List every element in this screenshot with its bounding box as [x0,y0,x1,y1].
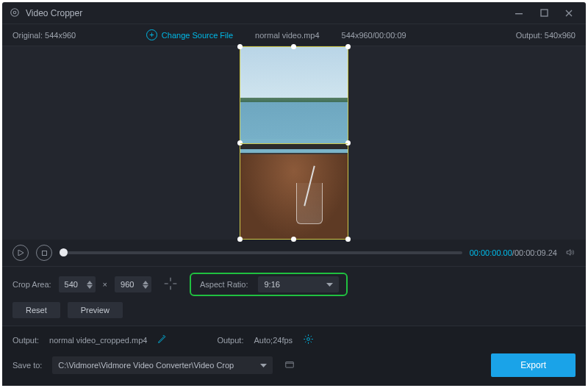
titlebar: Video Cropper [2,2,586,24]
play-button[interactable] [12,245,29,261]
crop-height-input[interactable]: 960 [115,276,151,292]
crop-handle[interactable] [291,44,296,49]
change-source-label: Change Source File [162,31,233,40]
crop-handle[interactable] [237,44,243,49]
app-logo-icon [10,7,20,19]
close-button[interactable] [559,4,578,23]
aspect-ratio-select[interactable]: 9:16 [258,276,339,292]
output-settings-icon[interactable] [303,334,314,346]
volume-icon[interactable] [564,248,576,259]
chevron-down-icon [326,280,333,289]
crop-handle[interactable] [345,44,351,49]
plus-circle-icon: + [146,29,157,40]
save-path-select[interactable]: C:\Vidmore\Vidmore Video Converter\Video… [52,356,273,374]
crop-frame[interactable] [240,46,348,240]
video-thumbnail [240,47,348,139]
crop-width-input[interactable]: 540 [59,276,96,292]
output-format-label: Output: [217,336,243,345]
svg-rect-2 [515,13,523,14]
bottom-bar: Output: normal video_cropped.mp4 Output:… [2,326,586,386]
timeline-slider[interactable] [60,251,462,254]
aspect-ratio-label: Aspect Ratio: [200,280,248,289]
change-source-button[interactable]: + Change Source File [146,29,233,40]
stop-button[interactable] [36,245,52,261]
timeline-knob[interactable] [60,248,68,256]
output-format-value: Auto;24fps [254,336,293,345]
maximize-button[interactable] [534,4,553,23]
svg-rect-6 [286,362,294,368]
minimize-button[interactable] [509,4,528,23]
crop-handle[interactable] [291,237,296,242]
svg-point-5 [307,338,310,341]
width-stepper[interactable] [87,277,94,292]
original-dimensions: Original: 544x960 [12,31,76,40]
preview-button[interactable]: Preview [68,302,123,318]
center-crop-icon[interactable] [163,276,178,292]
reset-button[interactable]: Reset [12,302,60,318]
source-filename: normal video.mp4 [255,31,319,40]
output-file-name: normal video_cropped.mp4 [49,336,147,345]
height-stepper[interactable] [143,277,150,292]
svg-rect-4 [42,251,46,255]
export-button[interactable]: Export [491,353,576,377]
svg-point-1 [13,11,16,14]
crop-handle[interactable] [345,237,351,242]
chevron-down-icon [260,361,267,370]
open-folder-icon[interactable] [283,359,296,371]
output-file-label: Output: [12,336,39,345]
app-window: Video Cropper Original: 544x960 + Change… [2,2,586,386]
crop-handle[interactable] [237,237,243,242]
crop-controls: Crop Area: 540 × 960 Aspect Rati [2,266,586,326]
svg-point-0 [11,8,19,16]
aspect-ratio-group: Aspect Ratio: 9:16 [190,273,348,296]
crop-handle[interactable] [345,140,351,146]
output-dimensions: Output: 540x960 [516,31,576,40]
edit-filename-icon[interactable] [157,334,167,345]
preview-area[interactable] [2,46,586,240]
crop-handle[interactable] [237,140,243,146]
multiply-label: × [103,280,107,289]
svg-rect-3 [541,10,548,16]
info-bar: Original: 544x960 + Change Source File n… [2,24,586,46]
crop-area-label: Crop Area: [12,280,51,289]
transport-bar: 00:00:00.00/00:00:09.24 [2,240,586,266]
save-to-label: Save to: [12,361,42,370]
source-info: 544x960/00:00:09 [342,31,406,40]
app-title: Video Cropper [26,8,82,18]
time-display: 00:00:00.00/00:00:09.24 [470,248,557,257]
